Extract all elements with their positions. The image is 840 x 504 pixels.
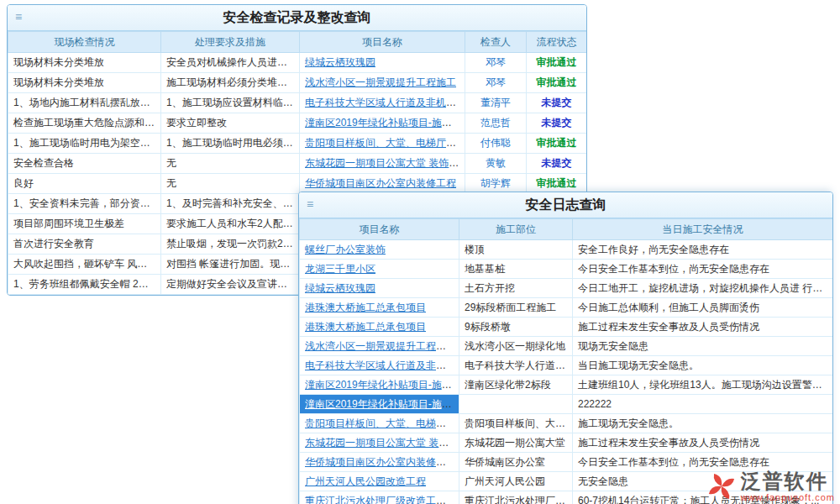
project-cell: 螺丝厂办公室装饰	[300, 240, 459, 260]
table-row[interactable]: 1、场地内施工材料乱摆乱放。2...1、施工现场应设置材料临时摆...电子科技大…	[8, 93, 587, 113]
project-cell-link[interactable]: 广州天河人民公园改造工程	[305, 475, 426, 487]
table-row[interactable]: 浅水湾小区一期景观提升工程施工浅水湾小区一期绿化地现场无安全隐患	[300, 337, 833, 356]
project-cell-link[interactable]: 贵阳项目样板间、大堂、电梯厅装修工程	[305, 417, 459, 429]
table-row[interactable]: 现场材料未分类堆放安全员对机械操作人员进行安全...绿城云栖玫瑰园邓琴审批通过	[8, 53, 587, 73]
project-cell-link[interactable]: 重庆江北污水处理厂级改造工程-道路修复	[305, 495, 459, 504]
table-row[interactable]: 检查施工现场重大危险点源和文...要求立即整改潼南区2019年绿化补贴项目-施工…	[8, 113, 587, 134]
table-row[interactable]: 贵阳项目样板间、大堂、电梯厅装修工程贵阳项目样板间、大堂、...施工现场无安全隐…	[300, 414, 833, 433]
table-row[interactable]: 现场材料未分类堆放施工现场材料必须分类堆放整齐...浅水湾小区一期景观提升工程施…	[8, 73, 587, 93]
project-cell: 浅水湾小区一期景观提升工程施工	[300, 73, 465, 93]
situation-cell: 施工现场无安全隐患。	[573, 414, 833, 433]
col-header-measure[interactable]: 处理要求及措施	[161, 32, 300, 53]
project-cell: 华侨城项目南区办公室内装修工程	[300, 453, 459, 472]
table-row[interactable]: 安全检查合格无东城花园一期项目公寓大堂 装饰工程黄敏未提交	[8, 154, 587, 174]
inspection-cell: 1、场地内施工材料乱摆乱放。2...	[8, 93, 161, 113]
inspection-header-row: 现场检查情况 处理要求及措施 项目名称 检查人 流程状态	[8, 32, 587, 53]
situation-cell: 当日施工现场无安全隐患。	[573, 356, 833, 375]
table-row[interactable]: 龙湖三千里小区地基基桩今日安全工作基本到位，尚无安全隐患存在	[300, 260, 833, 279]
location-cell: 土石方开挖	[459, 279, 573, 298]
location-cell: 浅水湾小区一期绿化地	[459, 337, 573, 356]
table-row[interactable]: 良好无华侨城项目南区办公室内装修工程胡学辉审批通过	[8, 174, 587, 194]
measure-cell: 无	[161, 174, 300, 194]
project-cell-link[interactable]: 绿城云栖玫瑰园	[305, 56, 375, 68]
project-cell: 绿城云栖玫瑰园	[300, 279, 459, 298]
col-header-location[interactable]: 施工部位	[459, 219, 573, 240]
measure-cell: 1、及时完善和补充安全、质检...	[161, 194, 300, 214]
table-row[interactable]: 潼南区2019年绿化补贴项目-施工2标段潼南区绿化带2标段土建班组10人，绿化班…	[300, 375, 833, 395]
table-row[interactable]: 绿城云栖玫瑰园土石方开挖今日工地开工，旋挖机进场，对旋挖机操作人员进 行安全技术…	[300, 279, 833, 298]
project-cell: 东城花园一期项目公寓大堂 装饰工程	[300, 154, 465, 174]
table-row[interactable]: 东城花园一期项目公寓大堂 装饰工程东城花园一期公寓大堂施工过程未发生安全事故及人…	[300, 433, 833, 453]
location-cell: 楼顶	[459, 240, 573, 260]
measure-cell: 无	[161, 154, 300, 174]
table-row[interactable]: 螺丝厂办公室装饰楼顶安全工作良好，尚无安全隐患存在	[300, 240, 833, 260]
measure-cell: 禁止吸烟，发现一次罚款2000...	[161, 234, 300, 255]
project-cell-link[interactable]: 电子科技大学区域人行道及非机动车道工程	[305, 360, 459, 371]
log-panel-titlebar: ≡ 安全日志查询	[299, 192, 832, 218]
table-row[interactable]: 港珠澳大桥施工总承包项目9标段桥墩施工过程未发生安全事故及人员受伤情况	[300, 318, 833, 337]
inspection-cell: 1、施工现场临时用电为架空。2...	[8, 134, 161, 154]
project-cell-link[interactable]: 绿城云栖玫瑰园	[305, 282, 375, 294]
col-header-project[interactable]: 项目名称	[300, 219, 459, 240]
project-cell: 绿城云栖玫瑰园	[300, 53, 465, 73]
inspection-panel-titlebar: ≡ 安全检查记录及整改查询	[8, 5, 586, 31]
project-cell-link[interactable]: 贵阳项目样板间、大堂、电梯厅装修工程	[305, 137, 465, 149]
project-cell-link[interactable]: 东城花园一期项目公寓大堂 装饰工程	[305, 437, 459, 449]
project-cell-link[interactable]: 浅水湾小区一期景观提升工程施工	[305, 340, 456, 352]
location-cell: 电子科技大学人行道及非...	[459, 356, 573, 375]
project-cell-link[interactable]: 潼南区2019年绿化补贴项目-施工2标段	[305, 117, 465, 129]
project-cell: 广州天河人民公园改造工程	[300, 472, 459, 491]
project-cell-link[interactable]: 螺丝厂办公室装饰	[305, 244, 386, 255]
col-header-project[interactable]: 项目名称	[300, 32, 465, 53]
inspector-cell: 胡学辉	[465, 174, 527, 194]
situation-cell: 施工过程未发生安全事故及人员受伤情况	[573, 318, 833, 337]
col-header-status[interactable]: 流程状态	[527, 32, 587, 53]
measure-cell: 1、施工现场临时用电必须架空...	[161, 134, 300, 154]
col-header-inspector[interactable]: 检查人	[465, 32, 527, 53]
project-cell-link[interactable]: 港珠澳大桥施工总承包项目	[305, 321, 426, 333]
situation-cell: 土建班组10人，绿化班组13人。施工现场沟边设置警示标识，...	[573, 375, 833, 395]
inspection-cell: 现场材料未分类堆放	[8, 53, 161, 73]
project-cell: 电子科技大学区域人行道及非机动车道工程	[300, 356, 459, 375]
project-cell-link[interactable]: 浅水湾小区一期景观提升工程施工	[305, 76, 456, 88]
inspection-cell: 安全检查合格	[8, 154, 161, 174]
situation-cell: 222222	[573, 395, 833, 414]
project-cell-link[interactable]: 华侨城项目南区办公室内装修工程	[305, 456, 456, 468]
inspection-cell: 1、安全资料未完善，部分资料丢...	[8, 194, 161, 214]
table-row[interactable]: 1、施工现场临时用电为架空。2...1、施工现场临时用电必须架空...贵阳项目样…	[8, 134, 587, 154]
status-cell: 审批通过	[527, 174, 587, 194]
project-cell-link[interactable]: 龙湖三千里小区	[305, 263, 375, 275]
location-cell: 华侨城南区办公室	[459, 453, 573, 472]
project-cell: 龙湖三千里小区	[300, 260, 459, 279]
safety-log-panel: ≡ 安全日志查询 项目名称 施工部位 当日施工安全情况 螺丝厂办公室装饰楼顶安全…	[298, 192, 833, 504]
location-cell: 广州天河人民公园	[459, 472, 573, 491]
project-cell-link[interactable]: 东城花园一期项目公寓大堂 装饰工程	[305, 157, 465, 169]
inspector-cell: 邓琴	[465, 73, 527, 93]
fanpu-logo-text-block: 泛普软件 www.fanpusoft.com	[741, 470, 835, 502]
project-cell-link[interactable]: 潼南区2019年绿化补贴项目-施工2标段	[305, 379, 459, 391]
table-row[interactable]: 潼南区2019年绿化补贴项目-施工2标段222222	[300, 395, 833, 414]
situation-cell: 施工过程未发生安全事故及人员受伤情况	[573, 433, 833, 453]
project-cell: 潼南区2019年绿化补贴项目-施工2标段	[300, 395, 459, 414]
situation-cell: 今日施工总体顺利，但施工人员脚面烫伤	[573, 298, 833, 318]
project-cell-link[interactable]: 潼南区2019年绿化补贴项目-施工2标段	[305, 398, 459, 410]
inspection-cell: 良好	[8, 174, 161, 194]
project-cell: 贵阳项目样板间、大堂、电梯厅装修工程	[300, 134, 465, 154]
col-header-situation[interactable]: 当日施工安全情况	[573, 219, 833, 240]
project-cell-link[interactable]: 港珠澳大桥施工总承包项目	[305, 302, 426, 313]
project-cell-link[interactable]: 华侨城项目南区办公室内装修工程	[305, 177, 456, 189]
project-cell: 重庆江北污水处理厂级改造工程-道路修复	[300, 491, 459, 504]
fanpu-logo-icon	[706, 471, 737, 501]
status-cell: 审批通过	[527, 53, 587, 73]
situation-cell: 今日安全工作基本到位，尚无安全隐患存在	[573, 260, 833, 279]
col-header-check[interactable]: 现场检查情况	[8, 32, 161, 53]
measure-cell: 要求施工人员和水车2人配合整...	[161, 214, 300, 234]
table-row[interactable]: 电子科技大学区域人行道及非机动车道工程电子科技大学人行道及非...当日施工现场无…	[300, 356, 833, 375]
table-row[interactable]: 港珠澳大桥施工总承包项目29标段桥面工程施工今日施工总体顺利，但施工人员脚面烫伤	[300, 298, 833, 318]
inspection-cell: 大风吹起围挡，砸坏铲车 风挡玻...	[8, 255, 161, 275]
project-cell-link[interactable]: 电子科技大学区域人行道及非机动车道工程	[305, 97, 465, 108]
fanpu-logo-name: 泛普软件	[741, 470, 835, 492]
fanpu-watermark: 泛普软件 www.fanpusoft.com	[706, 470, 835, 502]
inspector-cell: 范思哲	[465, 113, 527, 134]
list-icon: ≡	[15, 10, 22, 24]
